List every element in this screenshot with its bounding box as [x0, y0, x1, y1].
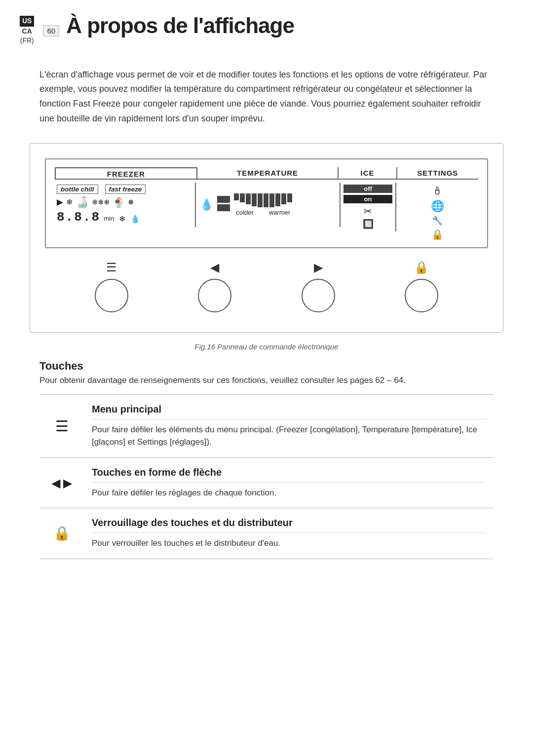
menu-icon-cell: ☰ — [39, 394, 84, 457]
control-panel: FREEZER TEMPERATURE ICE SETTINGS bottle … — [45, 158, 488, 248]
menu-button-item: ☰ — [95, 260, 128, 312]
fast-freeze-label: fast freeze — [105, 185, 146, 194]
left-arrow-button[interactable] — [198, 279, 231, 312]
menu-icon: ☰ — [106, 260, 117, 275]
menu-content-cell: Menu principal Pour faire défiler les él… — [84, 394, 494, 457]
ice-icons: ✂ 🔲 — [363, 205, 374, 229]
left-arrow-icon: ◀ — [210, 260, 219, 275]
diagram-container: FREEZER TEMPERATURE ICE SETTINGS bottle … — [30, 143, 503, 333]
ice-copy-icon: 🔲 — [363, 219, 374, 229]
lock-content-cell: Verrouillage des touches et du distribut… — [84, 508, 494, 559]
food-icon: 🍨 — [113, 196, 125, 208]
page-number: 60 — [43, 25, 59, 37]
lock-button-item: 🔒 — [405, 260, 438, 312]
feature-table: ☰ Menu principal Pour faire défiler les … — [39, 394, 494, 559]
table-row: ◀ ▶ Touches en forme de flèche Pour fair… — [39, 457, 494, 508]
settings-content: 🕯 🌐 🔧 🔒 — [396, 183, 478, 242]
wrench-icon: 🔧 — [432, 215, 443, 226]
globe-icon: 🌐 — [431, 200, 444, 213]
temp-bar: colder warmer — [234, 193, 292, 216]
ice-off-label: off — [343, 185, 393, 193]
colder-label: colder — [236, 209, 253, 216]
play-icon: ▶ — [57, 197, 63, 207]
water-icon: 💧 — [130, 214, 140, 224]
buttons-row: ☰ ◀ ▶ 🔒 — [45, 248, 488, 317]
freezer-icons-row: ▶ ❄ 🍶 ❄❄❄ 🍨 ❅ — [57, 196, 192, 209]
touches-heading: Touches — [39, 360, 494, 373]
snowflake-icon-2: ❅ — [128, 198, 134, 207]
panel-freezer-header: FREEZER — [55, 167, 197, 180]
touches-intro: Pour obtenir davantage de renseignements… — [39, 376, 494, 385]
freezer-bottom-row: 8.8.8 min ❄ 💧 — [57, 211, 192, 224]
right-arrow-icon: ▶ — [314, 260, 323, 275]
ice-cut-icon: ✂ — [364, 205, 372, 217]
locale-ca: CA — [22, 27, 32, 37]
panel-ice-header: ICE — [339, 167, 397, 179]
lock-feature-name: Verrouillage des touches et du distribut… — [92, 517, 486, 533]
right-arrow-button-item: ▶ — [302, 260, 335, 312]
table-row: ☰ Menu principal Pour faire défiler les … — [39, 394, 494, 457]
touches-section: Touches Pour obtenir davantage de rensei… — [39, 360, 494, 559]
page-title: À propos de l'affichage — [66, 14, 294, 38]
intro-paragraph: L'écran d'affichage vous permet de voir … — [39, 68, 494, 126]
temperature-content: 💧 — [196, 183, 340, 227]
arrows-feature-name: Touches en forme de flèche — [92, 467, 486, 483]
arrows-feature-desc: Pour faire défiler les réglages de chaqu… — [92, 487, 486, 499]
water-drop-icon: 💧 — [200, 198, 213, 211]
ice-content: off on ✂ 🔲 — [341, 183, 397, 231]
arrows-icon-cell: ◀ ▶ — [39, 457, 84, 508]
lock-icon: 🔒 — [414, 260, 429, 275]
snowflake-icon-3: ❄ — [119, 214, 125, 224]
menu-button[interactable] — [95, 279, 128, 312]
snowflake-group-icon: ❄❄❄ — [92, 198, 110, 207]
panel-content-row: bottle chill fast freeze ▶ ❄ 🍶 ❄❄❄ 🍨 ❅ — [55, 183, 478, 242]
menu-feature-desc: Pour faire défiler les éléments du menu … — [92, 423, 486, 449]
panel-temperature-header: TEMPERATURE — [197, 167, 339, 179]
locale-fr: (FR) — [20, 36, 34, 46]
settings-icons-col: 🕯 🌐 🔧 🔒 — [431, 185, 444, 240]
panel-settings-header: SETTINGS — [397, 167, 478, 179]
left-arrow-button-item: ◀ — [198, 260, 231, 312]
freezer-labels: bottle chill fast freeze — [57, 185, 192, 194]
right-arrow-button[interactable] — [302, 279, 335, 312]
light-icon: 🕯 — [432, 185, 443, 197]
lock-icon-cell: 🔒 — [39, 508, 84, 559]
lock-button[interactable] — [405, 279, 438, 312]
snowflake-icon-1: ❄ — [66, 197, 73, 207]
header: US CA (FR) 60 À propos de l'affichage — [0, 0, 533, 51]
arrows-content-cell: Touches en forme de flèche Pour faire dé… — [84, 457, 494, 508]
table-row: 🔒 Verrouillage des touches et du distrib… — [39, 508, 494, 559]
locale-block: US CA (FR) — [20, 16, 34, 46]
freezer-content: bottle chill fast freeze ▶ ❄ 🍶 ❄❄❄ 🍨 ❅ — [55, 183, 196, 227]
warmer-label: warmer — [269, 209, 290, 216]
bottle-chill-label: bottle chill — [57, 185, 98, 194]
ice-on-label: on — [343, 195, 393, 203]
temp-indicator-squares — [217, 196, 230, 211]
bottle-icon: 🍶 — [76, 196, 89, 209]
locale-us: US — [20, 16, 34, 27]
diagram-caption: Fig.16 Panneau de commande électronique — [0, 342, 533, 351]
panel-header-row: FREEZER TEMPERATURE ICE SETTINGS — [55, 167, 478, 180]
menu-feature-name: Menu principal — [92, 404, 486, 419]
digit-display: 8.8.8 min — [57, 211, 114, 224]
lock-feature-desc: Pour verrouiller les touches et le distr… — [92, 537, 486, 550]
settings-lock-icon: 🔒 — [431, 228, 444, 240]
